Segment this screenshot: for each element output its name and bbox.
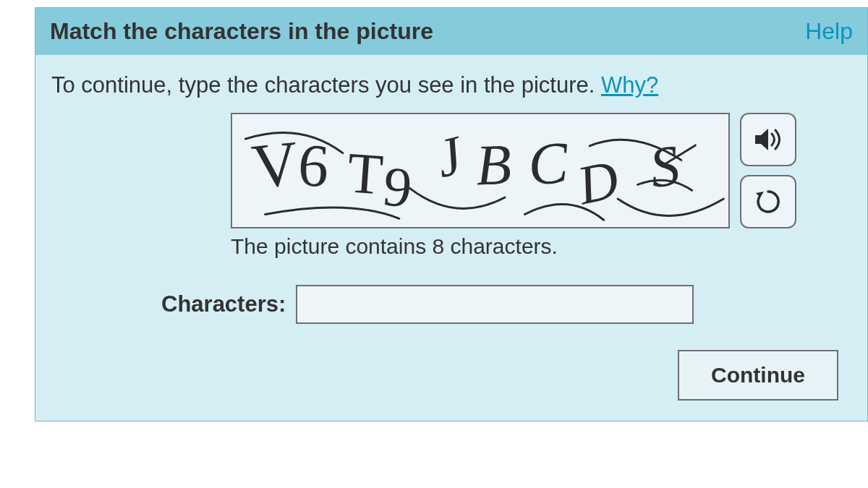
help-link[interactable]: Help <box>805 18 853 45</box>
svg-text:B: B <box>475 132 513 197</box>
svg-text:J: J <box>430 124 470 189</box>
character-count-text: The picture contains 8 characters. <box>231 234 851 259</box>
why-link[interactable]: Why? <box>601 72 658 98</box>
captcha-row: V 6 T 9 J B C D S <box>231 113 851 228</box>
svg-text:S: S <box>646 133 684 200</box>
speaker-icon <box>753 126 783 153</box>
instruction-span: To continue, type the characters you see… <box>51 72 601 98</box>
audio-button[interactable] <box>740 113 796 166</box>
svg-text:6: 6 <box>296 131 331 200</box>
panel-header: Match the characters in the picture Help <box>35 8 867 55</box>
svg-text:9: 9 <box>380 154 415 220</box>
svg-text:V: V <box>249 127 302 202</box>
panel-body: To continue, type the characters you see… <box>35 55 867 421</box>
refresh-button[interactable] <box>740 175 796 228</box>
svg-text:C: C <box>526 129 571 198</box>
characters-input[interactable] <box>296 285 694 324</box>
refresh-icon <box>754 187 783 216</box>
continue-button[interactable]: Continue <box>678 350 838 401</box>
captcha-controls <box>740 113 796 228</box>
panel-title: Match the characters in the picture <box>50 18 433 45</box>
input-row: Characters: <box>161 285 851 324</box>
captcha-image: V 6 T 9 J B C D S <box>231 113 730 228</box>
characters-label: Characters: <box>161 291 286 317</box>
instruction-text: To continue, type the characters you see… <box>51 72 851 98</box>
captcha-panel: Match the characters in the picture Help… <box>35 7 868 421</box>
svg-text:T: T <box>346 140 386 206</box>
action-row: Continue <box>51 350 851 401</box>
